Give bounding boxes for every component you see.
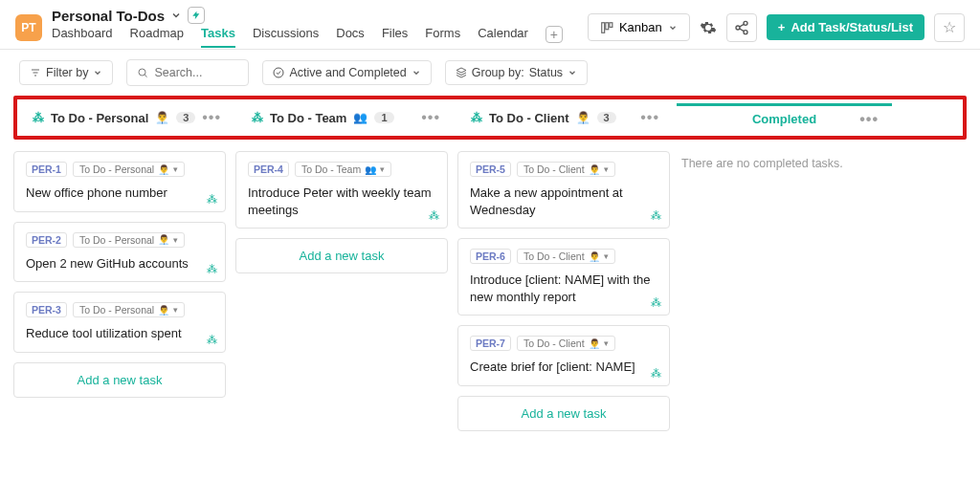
empty-state: There are no completed tasks. (679, 151, 892, 176)
status-chip[interactable]: To Do - Client 👨‍💼 ▾ (517, 162, 615, 177)
task-card[interactable]: PER-6 To Do - Client 👨‍💼 ▾ Introduce [cl… (457, 238, 670, 316)
count-badge: 1 (374, 112, 393, 123)
search-icon (137, 67, 148, 78)
share-icon (734, 20, 749, 35)
people-icon: 👥 (353, 111, 368, 124)
svg-rect-1 (606, 22, 609, 29)
filter-label: Filter by (46, 66, 88, 79)
check-circle-icon (273, 67, 284, 78)
task-id: PER-1 (26, 162, 67, 177)
search-box[interactable] (126, 59, 249, 86)
column-header-completed[interactable]: Completed ••• (677, 103, 892, 132)
person-icon: 👨‍💼 (158, 234, 169, 245)
search-input[interactable] (152, 65, 238, 80)
person-icon: 👨‍💼 (155, 111, 169, 124)
task-title: Make a new appointment at Wednesday (470, 185, 657, 218)
task-title: Reduce tool utilization spent (26, 325, 213, 342)
task-title: Create brief for [client: NAME] (470, 359, 657, 376)
tab-roadmap[interactable]: Roadmap (130, 26, 184, 48)
plus-icon: + (778, 20, 786, 34)
share-button[interactable] (726, 13, 757, 42)
filter-button[interactable]: Filter by (19, 60, 113, 85)
column-name: To Do - Client (489, 111, 569, 125)
chevron-down-icon: ▾ (604, 338, 609, 348)
column-name: Completed (752, 112, 816, 126)
status-chip[interactable]: To Do - Personal 👨‍💼 ▾ (73, 162, 185, 177)
chevron-down-icon (668, 23, 678, 33)
person-icon: 👨‍💼 (589, 164, 600, 175)
column-name: To Do - Personal (51, 111, 148, 125)
assign-icon[interactable]: ⁂ (651, 367, 661, 380)
task-card[interactable]: PER-2 To Do - Personal 👨‍💼 ▾ Open 2 new … (13, 222, 226, 283)
more-icon[interactable]: ••• (859, 111, 879, 128)
chevron-down-icon[interactable] (170, 10, 182, 21)
kanban-icon (600, 21, 613, 34)
add-task-row[interactable]: Add a new task (13, 362, 226, 398)
add-task-row[interactable]: Add a new task (235, 238, 448, 273)
task-card[interactable]: PER-5 To Do - Client 👨‍💼 ▾ Make a new ap… (457, 151, 670, 229)
chevron-down-icon (412, 68, 421, 77)
status-chip[interactable]: To Do - Client 👨‍💼 ▾ (517, 336, 615, 351)
task-card[interactable]: PER-4 To Do - Team 👥 ▾ Introduce Peter w… (235, 151, 448, 229)
tab-forms[interactable]: Forms (425, 26, 460, 48)
kanban-board: ⁂ To Do - Personal 👨‍💼 3 ••• ⁂ To Do - T… (0, 96, 980, 448)
task-card[interactable]: PER-3 To Do - Personal 👨‍💼 ▾ Reduce tool… (13, 292, 226, 353)
tab-docs[interactable]: Docs (336, 26, 365, 48)
status-chip[interactable]: To Do - Team 👥 ▾ (295, 162, 391, 177)
assign-icon[interactable]: ⁂ (207, 263, 217, 275)
board-toolbar: Filter by Active and Completed Group by:… (0, 50, 980, 96)
add-task-row[interactable]: Add a new task (457, 396, 670, 431)
view-switcher[interactable]: Kanban (588, 13, 690, 41)
assign-icon[interactable]: ⁂ (207, 193, 217, 206)
filter-icon (30, 67, 41, 78)
add-task-label: Add Task/Status/List (791, 20, 913, 34)
column-header-client[interactable]: ⁂ To Do - Client 👨‍💼 3 ••• (457, 103, 673, 132)
add-tab-icon[interactable]: + (546, 26, 563, 43)
more-icon[interactable]: ••• (640, 109, 659, 126)
more-icon[interactable]: ••• (202, 109, 221, 126)
tab-discussions[interactable]: Discussions (253, 26, 319, 48)
title-block: Personal To-Dos Dashboard Roadmap Tasks … (52, 7, 563, 48)
quick-action-icon[interactable] (188, 7, 205, 24)
top-bar: PT Personal To-Dos Dashboard Roadmap Tas… (0, 0, 980, 50)
person-icon: 👨‍💼 (576, 111, 590, 124)
person-icon: 👨‍💼 (158, 164, 169, 175)
tab-tasks[interactable]: Tasks (201, 26, 235, 48)
svg-line-6 (740, 24, 745, 27)
tab-dashboard[interactable]: Dashboard (52, 26, 113, 48)
count-badge: 3 (597, 112, 616, 123)
status-filter[interactable]: Active and Completed (262, 60, 431, 85)
column-personal: PER-1 To Do - Personal 👨‍💼 ▾ New office … (13, 151, 226, 431)
add-task-button[interactable]: + Add Task/Status/List (767, 14, 924, 40)
project-avatar: PT (15, 14, 42, 41)
chevron-down-icon (568, 68, 577, 77)
task-card[interactable]: PER-1 To Do - Personal 👨‍💼 ▾ New office … (13, 151, 226, 212)
column-completed: There are no completed tasks. (679, 151, 892, 431)
gear-icon[interactable] (700, 19, 717, 36)
chevron-down-icon: ▾ (173, 164, 178, 174)
status-chip[interactable]: To Do - Personal 👨‍💼 ▾ (73, 302, 185, 317)
task-id: PER-7 (470, 336, 511, 351)
assign-icon[interactable]: ⁂ (651, 296, 661, 309)
chevron-down-icon: ▾ (604, 164, 609, 174)
task-card[interactable]: PER-7 To Do - Client 👨‍💼 ▾ Create brief … (457, 325, 670, 386)
group-by[interactable]: Group by: Status (445, 60, 588, 85)
assign-icon[interactable]: ⁂ (651, 209, 661, 222)
svg-point-11 (139, 69, 145, 76)
project-title[interactable]: Personal To-Dos (52, 8, 165, 24)
column-header-personal[interactable]: ⁂ To Do - Personal 👨‍💼 3 ••• (19, 103, 234, 132)
assign-icon[interactable]: ⁂ (207, 334, 217, 346)
svg-marker-14 (457, 68, 466, 73)
tab-files[interactable]: Files (382, 26, 408, 48)
more-icon[interactable]: ••• (421, 109, 440, 126)
favorite-button[interactable]: ☆ (934, 13, 965, 42)
status-chip[interactable]: To Do - Client 👨‍💼 ▾ (517, 249, 615, 264)
task-id: PER-5 (470, 162, 511, 177)
chevron-down-icon: ▾ (173, 235, 178, 245)
group-icon: ⁂ (252, 111, 263, 124)
column-header-team[interactable]: ⁂ To Do - Team 👥 1 ••• (238, 103, 454, 132)
tab-calendar[interactable]: Calendar (478, 26, 528, 48)
status-chip[interactable]: To Do - Personal 👨‍💼 ▾ (73, 232, 185, 248)
assign-icon[interactable]: ⁂ (429, 209, 439, 222)
task-id: PER-4 (248, 162, 289, 177)
